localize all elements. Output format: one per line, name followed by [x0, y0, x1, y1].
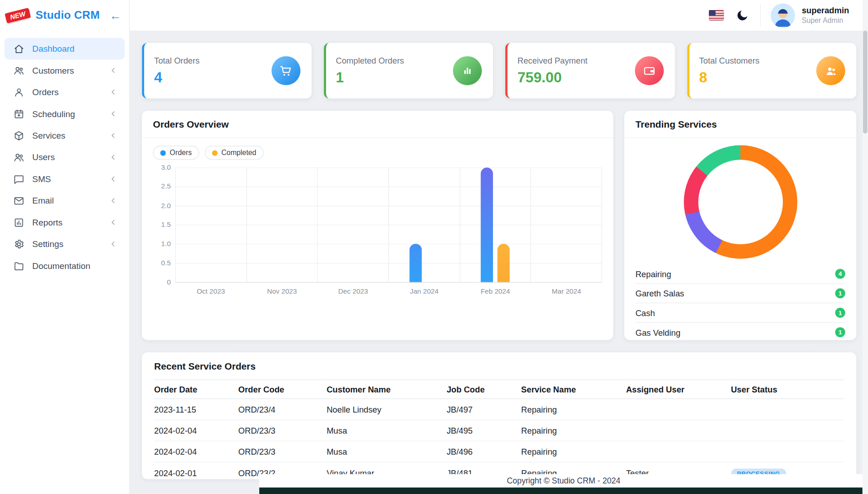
table-header-row: Order Date Order Code Customer Name Job … — [154, 380, 844, 398]
list-item: Cash 1 — [635, 303, 845, 323]
language-flag-us-icon[interactable] — [709, 10, 724, 21]
people-icon — [816, 56, 845, 85]
user-status-cell — [731, 420, 844, 441]
chat-bubble-icon — [13, 173, 24, 184]
order-date-cell: 2024-02-01 — [154, 462, 238, 479]
user-status-cell — [731, 399, 844, 420]
sidebar-item-email[interactable]: Email — [5, 190, 125, 211]
sidebar-item-reports[interactable]: Reports — [5, 211, 125, 233]
user-menu[interactable]: superadmin Super Admin — [771, 3, 849, 28]
recent-orders-table: Order Date Order Code Customer Name Job … — [154, 380, 844, 479]
sidebar-item-label: Users — [32, 152, 55, 162]
chart-column — [530, 167, 601, 282]
order-code-cell: ORD/23/4 — [238, 399, 327, 420]
sidebar-item-label: Customers — [32, 65, 74, 75]
recent-service-orders-panel: Recent Service Orders Order Date Order C… — [142, 352, 856, 479]
stat-value: 759.00 — [518, 69, 588, 86]
sidebar-item-label: Email — [32, 196, 54, 206]
app-brand: Studio CRM — [36, 9, 100, 21]
customer-name-cell: Musa — [327, 441, 446, 462]
order-date-cell: 2024-02-04 — [154, 441, 238, 462]
chart-column — [460, 167, 530, 282]
trending-list: Repairing 4 Gareth Salas 1 Cash 1 Gas — [624, 264, 856, 342]
sidebar-item-orders[interactable]: Orders — [5, 81, 125, 103]
table-row: 2024-02-04 ORD/23/3 Musa JB/496 Repairin… — [154, 441, 844, 462]
y-tick: 0 — [167, 278, 171, 286]
sidebar-collapse-button[interactable]: ← — [110, 10, 122, 21]
chevron-left-icon — [110, 67, 117, 74]
stat-label: Total Orders — [154, 55, 199, 65]
job-code-cell: JB/495 — [447, 420, 521, 441]
order-code-cell: ORD/23/3 — [238, 441, 327, 462]
donut-area — [624, 138, 856, 264]
sidebar-item-settings[interactable]: Settings — [5, 233, 125, 255]
assigned-user-cell — [626, 399, 731, 420]
sidebar-item-sms[interactable]: SMS — [5, 168, 125, 189]
column-header: Service Name — [521, 380, 626, 398]
report-chart-icon — [13, 217, 24, 228]
x-tick: Nov 2023 — [246, 288, 318, 295]
stat-label: Total Customers — [699, 55, 760, 65]
user-status-cell — [731, 441, 844, 462]
service-name: Cash — [635, 308, 655, 317]
plot-area — [175, 167, 602, 283]
assigned-user-cell — [626, 441, 731, 462]
gear-icon — [13, 238, 24, 249]
sidebar-item-label: Scheduling — [32, 109, 75, 119]
panel-title: Trending Services — [624, 111, 856, 138]
scrollbar-thumb[interactable] — [863, 31, 868, 134]
chart-column — [317, 167, 388, 282]
x-axis: Oct 2023 Nov 2023 Dec 2023 Jan 2024 Feb … — [175, 288, 602, 295]
list-item: Gareth Salas 1 — [635, 284, 845, 304]
sidebar-item-documentation[interactable]: Documentation — [5, 255, 125, 276]
sidebar-item-label: SMS — [32, 174, 51, 184]
legend-item-completed[interactable]: Completed — [204, 146, 263, 160]
y-tick: 0.5 — [161, 259, 171, 267]
footer-dark-strip — [259, 488, 868, 494]
legend-item-orders[interactable]: Orders — [153, 146, 199, 160]
sidebar-item-dashboard[interactable]: Dashboard — [5, 38, 125, 59]
order-code-cell: ORD/23/3 — [238, 420, 327, 441]
orders-bar-chart: Orders Completed 3.0 2.5 2.0 — [142, 138, 613, 295]
list-item: Gas Velding 1 — [635, 323, 845, 342]
sidebar-item-label: Documentation — [32, 261, 91, 271]
dark-mode-moon-icon[interactable] — [736, 9, 749, 21]
sidebar-item-users[interactable]: Users — [5, 146, 125, 168]
legend-label: Completed — [221, 149, 256, 157]
chevron-left-icon — [110, 241, 117, 248]
orders-bar — [410, 244, 422, 282]
sidebar-item-label: Orders — [32, 87, 59, 97]
column-header: Job Code — [447, 380, 521, 398]
y-tick: 3.0 — [161, 164, 171, 172]
x-tick: Oct 2023 — [175, 288, 246, 295]
customers-icon — [13, 65, 24, 76]
chevron-left-icon — [110, 219, 117, 226]
service-name-cell: Repairing — [521, 441, 626, 462]
person-icon — [13, 86, 24, 97]
column-header: Customer Name — [327, 380, 446, 398]
dashboard-content: Total Orders 4 Completed Orders 1 — [129, 31, 868, 494]
chevron-left-icon — [110, 88, 117, 96]
job-code-cell: JB/497 — [447, 399, 521, 420]
orders-overview-panel: Orders Overview Orders Completed — [142, 111, 613, 340]
sidebar-item-label: Settings — [32, 239, 64, 249]
charts-row: Orders Overview Orders Completed — [142, 111, 856, 340]
service-name: Repairing — [635, 269, 671, 279]
home-icon — [13, 43, 24, 54]
stat-card-completed-orders: Completed Orders 1 — [323, 43, 493, 99]
chevron-left-icon — [110, 175, 117, 183]
orders-bar — [481, 167, 493, 282]
order-date-cell: 2023-11-15 — [154, 399, 238, 420]
users-icon — [13, 152, 24, 163]
sidebar-item-scheduling[interactable]: Scheduling — [5, 103, 125, 124]
sidebar-menu: Dashboard Customers Orders Scheduling Se… — [0, 31, 129, 277]
chevron-left-icon — [110, 154, 117, 161]
x-tick: Mar 2024 — [531, 288, 602, 295]
sidebar-item-customers[interactable]: Customers — [5, 59, 125, 81]
top-header: superadmin Super Admin — [129, 0, 868, 31]
legend-dot — [160, 150, 166, 156]
sidebar-item-services[interactable]: Services — [5, 125, 125, 146]
assigned-user-cell — [626, 420, 731, 441]
column-header: Order Code — [238, 380, 327, 398]
stat-value: 1 — [336, 69, 404, 86]
